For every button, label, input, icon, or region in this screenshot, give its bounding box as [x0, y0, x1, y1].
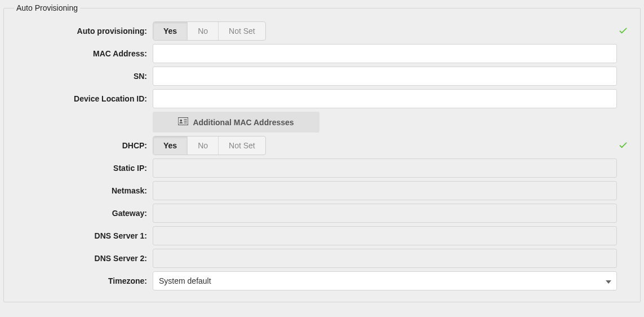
auto-provisioning-notset-button[interactable]: Not Set [219, 22, 265, 40]
row-timezone: Timezone: System default [14, 271, 630, 290]
fieldset-legend: Auto Provisioning [14, 3, 80, 12]
gateway-input [153, 204, 617, 223]
auto-provisioning-toggle: Yes No Not Set [153, 21, 266, 41]
label-device-location-id: Device Location ID: [14, 94, 153, 103]
additional-mac-addresses-button[interactable]: Additional MAC Addresses [153, 112, 319, 133]
additional-mac-label: Additional MAC Addresses [193, 118, 294, 127]
dhcp-toggle: Yes No Not Set [153, 136, 266, 155]
row-device-location-id: Device Location ID: [14, 89, 630, 108]
dhcp-yes-button[interactable]: Yes [153, 137, 188, 155]
row-netmask: Netmask: [14, 181, 630, 200]
row-mac: MAC Address: [14, 44, 630, 63]
label-dhcp: DHCP: [14, 141, 153, 150]
device-location-id-input[interactable] [153, 89, 617, 108]
label-sn: SN: [14, 72, 153, 81]
dhcp-no-button[interactable]: No [188, 137, 219, 155]
timezone-select-wrap[interactable]: System default [153, 271, 617, 290]
row-sn: SN: [14, 67, 630, 86]
id-card-icon [178, 117, 188, 127]
checkmark-icon [618, 25, 629, 38]
row-dns2: DNS Server 2: [14, 249, 630, 268]
svg-point-1 [180, 120, 183, 122]
checkmark-icon [618, 139, 629, 152]
label-netmask: Netmask: [14, 186, 153, 195]
dhcp-notset-button[interactable]: Not Set [219, 137, 265, 155]
timezone-select[interactable]: System default [153, 271, 617, 290]
row-additional-mac: Additional MAC Addresses [14, 112, 630, 133]
label-auto-provisioning: Auto provisioning: [14, 27, 153, 36]
row-dns1: DNS Server 1: [14, 226, 630, 245]
row-gateway: Gateway: [14, 204, 630, 223]
auto-provisioning-yes-button[interactable]: Yes [153, 22, 188, 40]
row-static-ip: Static IP: [14, 158, 630, 178]
netmask-input [153, 181, 617, 200]
label-mac: MAC Address: [14, 49, 153, 58]
sn-input[interactable] [153, 67, 617, 86]
mac-input[interactable] [153, 44, 617, 63]
label-static-ip: Static IP: [14, 164, 153, 173]
label-dns2: DNS Server 2: [14, 254, 153, 263]
row-auto-provisioning: Auto provisioning: Yes No Not Set [14, 21, 630, 41]
label-dns1: DNS Server 1: [14, 231, 153, 240]
row-dhcp: DHCP: Yes No Not Set [14, 136, 630, 155]
label-timezone: Timezone: [14, 276, 153, 285]
dns1-input [153, 226, 617, 245]
auto-provisioning-fieldset: Auto Provisioning Auto provisioning: Yes… [3, 3, 641, 302]
auto-provisioning-no-button[interactable]: No [188, 22, 219, 40]
dns2-input [153, 249, 617, 268]
label-gateway: Gateway: [14, 209, 153, 218]
static-ip-input [153, 158, 617, 178]
